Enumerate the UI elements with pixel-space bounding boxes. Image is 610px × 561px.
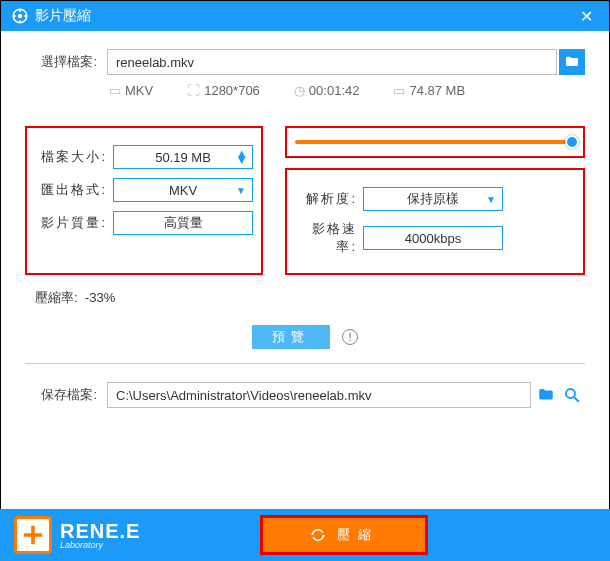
brand-sub: Laboratory <box>60 541 140 550</box>
app-icon <box>11 7 29 25</box>
file-select-input[interactable] <box>107 49 557 75</box>
quality-label: 影片質量: <box>35 214 107 232</box>
save-label: 保存檔案: <box>25 386 97 404</box>
file-select-label: 選擇檔案: <box>25 53 97 71</box>
chevron-down-icon: ▼ <box>236 185 246 196</box>
brand-name: RENE.E <box>60 521 140 541</box>
info-icon[interactable]: ! <box>342 329 358 345</box>
divider <box>25 363 585 364</box>
meta-duration: 00:01:42 <box>309 83 360 98</box>
bitrate-select[interactable]: 4000kbps <box>363 226 503 250</box>
slider-track <box>295 140 575 144</box>
open-folder-button[interactable] <box>559 382 585 408</box>
filesize-stepper[interactable]: 50.19 MB ▲▼ <box>113 145 253 169</box>
footer: RENE.E Laboratory 壓縮 <box>0 509 610 561</box>
close-icon[interactable]: ✕ <box>574 7 599 26</box>
duration-icon: ◷ <box>294 83 305 98</box>
compress-ratio: 壓縮率: -33% <box>35 289 585 307</box>
size-icon: ▭ <box>393 83 405 98</box>
meta-size: 74.87 MB <box>409 83 465 98</box>
meta-format: MKV <box>125 83 153 98</box>
outformat-label: 匯出格式: <box>35 181 107 199</box>
filesize-label: 檔案大小: <box>35 148 107 166</box>
resolution-label: 解析度: <box>295 190 357 208</box>
browse-save-button[interactable] <box>533 382 559 408</box>
slider-thumb[interactable] <box>565 135 579 149</box>
svg-point-4 <box>19 20 21 22</box>
svg-point-6 <box>566 389 575 398</box>
svg-point-1 <box>18 14 23 19</box>
resolution-icon: ⛶ <box>187 83 200 98</box>
bitrate-label: 影格速率: <box>295 220 357 256</box>
quality-select[interactable]: 高質量 <box>113 211 253 235</box>
settings-right-panel: 解析度: 保持原樣 ▼ 影格速率: 4000kbps <box>285 168 585 275</box>
refresh-icon <box>309 526 327 544</box>
svg-point-3 <box>24 15 26 17</box>
brand-logo: RENE.E Laboratory <box>14 516 140 554</box>
window-title: 影片壓縮 <box>35 7 574 25</box>
chevron-down-icon: ▼ <box>486 194 496 205</box>
logo-icon <box>14 516 52 554</box>
settings-left-panel: 檔案大小: 50.19 MB ▲▼ 匯出格式: MKV ▼ 影片質量: 高質量 <box>25 126 263 275</box>
browse-file-button[interactable] <box>559 49 585 75</box>
size-slider[interactable] <box>285 126 585 158</box>
format-icon: ▭ <box>109 83 121 98</box>
meta-resolution: 1280*706 <box>204 83 260 98</box>
spinner-icon[interactable]: ▲▼ <box>235 151 248 163</box>
file-meta: ▭MKV ⛶1280*706 ◷00:01:42 ▭74.87 MB <box>109 83 585 98</box>
titlebar: 影片壓縮 ✕ <box>1 1 609 31</box>
save-path-input[interactable] <box>107 382 531 408</box>
svg-point-2 <box>19 10 21 12</box>
outformat-select[interactable]: MKV ▼ <box>113 178 253 202</box>
resolution-select[interactable]: 保持原樣 ▼ <box>363 187 503 211</box>
preview-button[interactable]: 預覽 <box>252 325 330 349</box>
svg-point-5 <box>14 15 16 17</box>
compress-button[interactable]: 壓縮 <box>260 515 428 555</box>
